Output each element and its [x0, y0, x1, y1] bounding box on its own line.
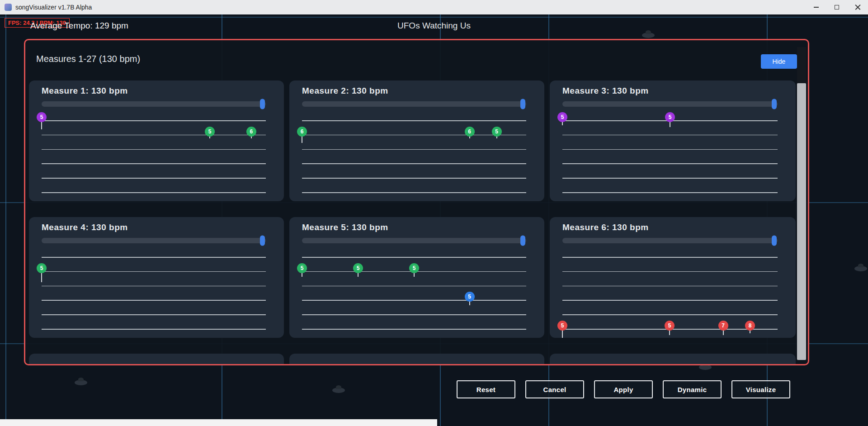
- note-value: 8: [745, 321, 755, 331]
- minimize-icon: [814, 7, 819, 8]
- staff-line: [562, 163, 778, 164]
- staff-line: [562, 286, 778, 287]
- measure-card: Measure 2: 130 bpm 665: [289, 80, 544, 201]
- note-value: 5: [353, 263, 363, 273]
- staff-line: [562, 271, 778, 272]
- measure-card-partial: [29, 354, 284, 365]
- staff-line: [42, 149, 266, 150]
- note-value: 6: [246, 127, 256, 137]
- note-value: 5: [492, 127, 502, 137]
- staff-line: [302, 149, 526, 150]
- measure-card: Measure 5: 130 bpm 5555: [289, 217, 544, 338]
- measures-grid: Measure 1: 130 bpm 556 Measure 2: 130 bp…: [29, 80, 796, 365]
- staff: 55: [562, 120, 778, 192]
- staff-line: [42, 314, 266, 315]
- app-window: songVisualizer v1.7B Alpha FPS: 24.3 | B…: [0, 0, 868, 426]
- dynamic-button[interactable]: Dynamic: [663, 380, 722, 398]
- staff: 5555: [302, 257, 526, 329]
- note-value: 5: [409, 263, 419, 273]
- staff-line: [562, 135, 778, 136]
- panel-scrollbar[interactable]: [797, 47, 806, 360]
- hide-button[interactable]: Hide: [761, 54, 797, 69]
- grid-line: [0, 17, 868, 18]
- staff-line: [42, 271, 266, 272]
- apply-button[interactable]: Apply: [594, 380, 653, 398]
- measure-title: Measure 6: 130 bpm: [562, 222, 649, 232]
- action-bar: ResetCancelApplyDynamicVisualize: [457, 380, 790, 398]
- note-value: 5: [465, 292, 475, 302]
- note-value: 5: [665, 112, 675, 122]
- staff-line: [42, 329, 266, 330]
- measure-card-partial: [550, 354, 796, 365]
- staff-line: [42, 178, 266, 179]
- staff: 5: [42, 257, 266, 329]
- panel-header: Measures 1-27 (130 bpm): [36, 54, 140, 64]
- measure-slider[interactable]: [562, 101, 778, 107]
- measure-slider[interactable]: [42, 101, 266, 107]
- staff: 665: [302, 120, 526, 192]
- note-value: 5: [205, 127, 215, 137]
- note-value: 5: [557, 321, 567, 331]
- staff-line: [302, 178, 526, 179]
- measure-card: Measure 3: 130 bpm 55: [550, 80, 796, 201]
- staff-line: [562, 192, 778, 193]
- measure-title: Measure 4: 130 bpm: [42, 222, 128, 232]
- measure-title: Measure 3: 130 bpm: [562, 86, 649, 96]
- staff-line: [42, 163, 266, 164]
- scrollbar-thumb[interactable]: [797, 83, 806, 360]
- staff-line: [42, 135, 266, 136]
- measure-card-partial: [289, 354, 544, 365]
- slider-thumb[interactable]: [520, 236, 525, 246]
- measure-slider[interactable]: [302, 101, 526, 107]
- grid-line: [5, 14, 6, 426]
- note-value: 6: [465, 127, 475, 137]
- window-controls: [806, 0, 868, 14]
- ufo-sprite: [854, 266, 867, 271]
- cancel-button[interactable]: Cancel: [525, 380, 584, 398]
- measure-slider[interactable]: [302, 238, 526, 243]
- ufo-sprite: [75, 380, 87, 385]
- ufo-sprite: [642, 33, 655, 38]
- slider-thumb[interactable]: [772, 236, 777, 246]
- maximize-button[interactable]: [826, 0, 847, 14]
- measure-card: Measure 1: 130 bpm 556: [29, 80, 284, 201]
- staff-line: [302, 314, 526, 315]
- staff-line: [42, 257, 266, 258]
- measure-title: Measure 5: 130 bpm: [302, 222, 388, 232]
- measure-slider[interactable]: [42, 238, 266, 243]
- staff-line: [42, 300, 266, 301]
- reset-button[interactable]: Reset: [457, 380, 515, 398]
- visualize-button[interactable]: Visualize: [731, 380, 790, 398]
- song-title: UFOs Watching Us: [0, 21, 868, 31]
- note-value: 6: [297, 127, 307, 137]
- slider-thumb[interactable]: [772, 99, 777, 109]
- minimize-button[interactable]: [806, 0, 826, 14]
- note-value: 7: [718, 321, 728, 331]
- slider-thumb[interactable]: [520, 99, 525, 109]
- staff-line: [562, 300, 778, 301]
- staff-line: [302, 286, 526, 287]
- staff-line: [302, 257, 526, 258]
- staff: 556: [42, 120, 266, 192]
- slider-thumb[interactable]: [260, 236, 265, 246]
- measure-card: Measure 4: 130 bpm 5: [29, 217, 284, 338]
- slider-thumb[interactable]: [260, 99, 265, 109]
- measure-title: Measure 1: 130 bpm: [42, 86, 128, 96]
- measure-title: Measure 2: 130 bpm: [302, 86, 388, 96]
- measures-panel: Measures 1-27 (130 bpm) Hide Measure 1: …: [24, 39, 809, 365]
- close-icon: [855, 5, 861, 10]
- staff-line: [562, 314, 778, 315]
- staff-line: [562, 257, 778, 258]
- note-value: 5: [297, 263, 307, 273]
- note-value: 5: [37, 112, 47, 122]
- note-value: 5: [557, 112, 567, 122]
- note-value: 5: [37, 263, 47, 273]
- window-title: songVisualizer v1.7B Alpha: [15, 4, 92, 11]
- staff-line: [562, 178, 778, 179]
- close-button[interactable]: [847, 0, 868, 14]
- measure-slider[interactable]: [562, 238, 778, 243]
- staff-line: [302, 192, 526, 193]
- staff-line: [302, 329, 526, 330]
- staff-line: [42, 192, 266, 193]
- app-icon: [5, 4, 12, 11]
